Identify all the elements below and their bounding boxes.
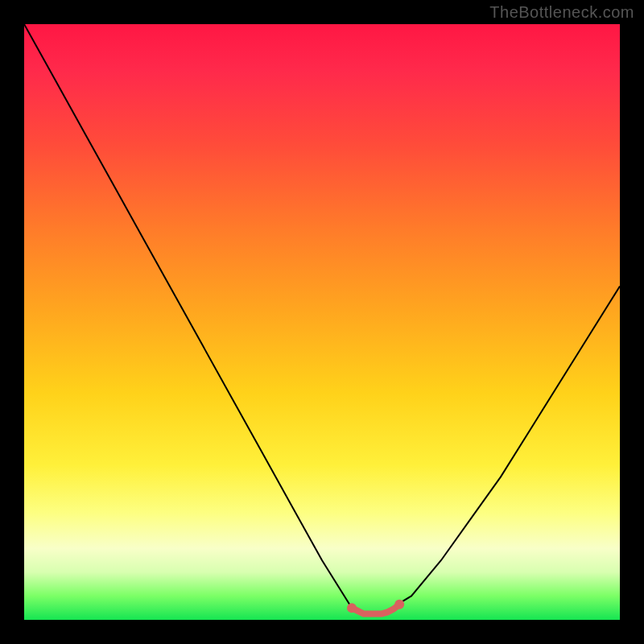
curve-layer <box>24 24 620 620</box>
optimal-range-end-dot <box>394 600 404 609</box>
optimal-range-start-dot <box>347 603 357 613</box>
watermark-text: TheBottleneck.com <box>489 3 634 22</box>
optimal-range-marker-path <box>352 605 399 614</box>
chart-frame: TheBottleneck.com <box>0 0 644 644</box>
plot-area <box>24 24 620 620</box>
bottleneck-curve-path <box>24 24 620 614</box>
